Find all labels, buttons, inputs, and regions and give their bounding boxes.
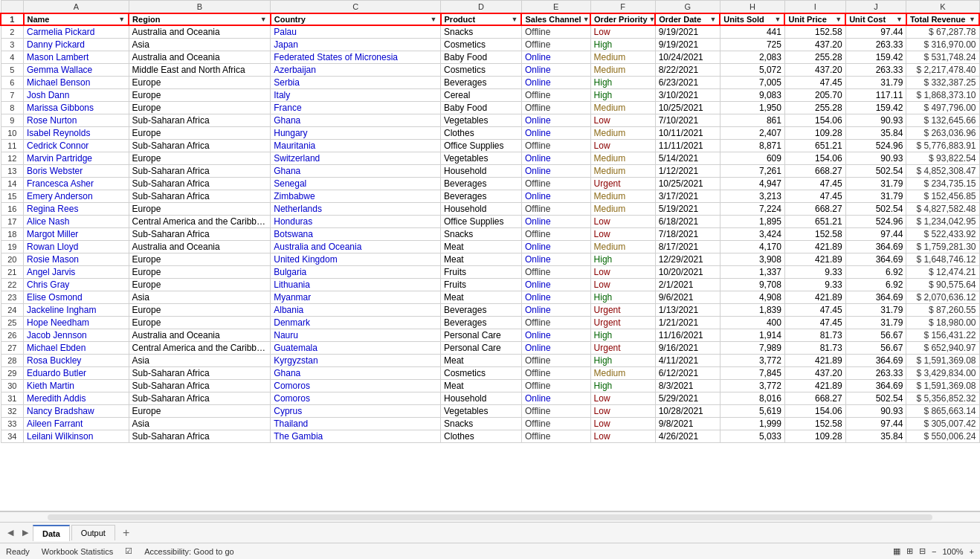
cell-order-priority[interactable]: Low [590,418,655,430]
cell-region[interactable]: Asia [129,291,271,304]
cell-unit-price[interactable]: 668.27 [784,392,845,405]
cell-units-sold[interactable]: 1,337 [720,266,784,279]
cell-unit-cost[interactable]: 263.33 [845,367,906,380]
cell-order-priority[interactable]: Low [590,279,655,291]
cell-order-date[interactable]: 10/25/2021 [655,102,720,114]
cell-unit-cost[interactable]: 364.69 [845,355,906,367]
cell-product[interactable]: Cosmetics [441,64,522,77]
sheet-nav-next[interactable]: ▶ [18,526,33,540]
cell-units-sold[interactable]: 7,845 [720,367,784,380]
col-letter-f[interactable]: F [590,1,655,14]
cell-product[interactable]: Beverages [441,178,522,190]
cell-country[interactable]: Mauritania [271,140,441,152]
cell-name[interactable]: Angel Jarvis [24,266,129,279]
cell-units-sold[interactable]: 5,072 [720,64,784,77]
cell-sales-channel[interactable]: Offline [521,367,590,380]
table-wrapper[interactable]: A B C D E F G H I J K 1 Name▼ Region▼ Co… [0,0,980,511]
col-letter-k[interactable]: K [906,1,979,14]
cell-sales-channel[interactable]: Online [521,152,590,165]
cell-name[interactable]: Cedrick Connor [24,140,129,152]
cell-unit-cost[interactable]: 31.79 [845,317,906,329]
table-row[interactable]: 8Marissa GibbonsEuropeFranceBaby FoodOff… [1,102,979,114]
cell-country[interactable]: Denmark [271,317,441,329]
cell-sales-channel[interactable]: Online [521,114,590,127]
cell-order-date[interactable]: 4/26/2021 [655,430,720,443]
cell-product[interactable]: Household [441,165,522,178]
cell-name[interactable]: Michael Ebden [24,342,129,355]
cell-order-priority[interactable]: Urgent [590,342,655,355]
cell-total-revenue[interactable]: $ 18,980.00 [906,317,979,329]
cell-unit-cost[interactable]: 90.93 [845,114,906,127]
cell-name[interactable]: Rosie Mason [24,253,129,266]
col-letter-e[interactable]: E [521,1,590,14]
cell-unit-price[interactable]: 421.89 [784,253,845,266]
cell-order-date[interactable]: 8/3/2021 [655,380,720,392]
cell-total-revenue[interactable]: $ 263,036.96 [906,127,979,140]
filter-arrow-cost[interactable]: ▼ [896,16,903,23]
table-row[interactable]: 25Hope NeedhamEuropeDenmarkBeveragesOffl… [1,317,979,329]
cell-units-sold[interactable]: 5,033 [720,430,784,443]
cell-sales-channel[interactable]: Offline [521,430,590,443]
cell-sales-channel[interactable]: Offline [521,178,590,190]
cell-units-sold[interactable]: 1,999 [720,418,784,430]
cell-order-priority[interactable]: Urgent [590,178,655,190]
col-letter-j[interactable]: J [845,1,906,14]
cell-order-date[interactable]: 9/6/2021 [655,291,720,304]
cell-unit-cost[interactable]: 90.93 [845,152,906,165]
cell-order-priority[interactable]: High [590,77,655,89]
cell-country[interactable]: Botswana [271,228,441,241]
cell-order-priority[interactable]: Medium [590,367,655,380]
cell-unit-cost[interactable]: 364.69 [845,241,906,253]
cell-total-revenue[interactable]: $ 156,431.22 [906,329,979,342]
table-row[interactable]: 21Angel JarvisEuropeBulgariaFruitsOfflin… [1,266,979,279]
cell-region[interactable]: Sub-Saharan Africa [129,178,271,190]
cell-name[interactable]: Rosa Buckley [24,355,129,367]
cell-sales-channel[interactable]: Online [521,241,590,253]
cell-unit-price[interactable]: 109.28 [784,430,845,443]
cell-total-revenue[interactable]: $ 12,474.21 [906,266,979,279]
cell-order-date[interactable]: 7/18/2021 [655,228,720,241]
cell-country[interactable]: Cyprus [271,405,441,418]
table-row[interactable]: 12Marvin PartridgeEuropeSwitzerlandVeget… [1,152,979,165]
horizontal-scrollbar-area[interactable] [0,511,980,522]
cell-units-sold[interactable]: 2,407 [720,127,784,140]
cell-unit-cost[interactable]: 502.54 [845,203,906,216]
table-row[interactable]: 3Danny PickardAsiaJapanCosmeticsOfflineH… [1,39,979,51]
view-page-break-icon[interactable]: ⊟ [919,546,926,556]
table-row[interactable]: 15Emery AndersonSub-Saharan AfricaZimbab… [1,190,979,203]
cell-country[interactable]: Serbia [271,77,441,89]
cell-order-date[interactable]: 8/22/2021 [655,64,720,77]
cell-order-priority[interactable]: Medium [590,102,655,114]
cell-order-priority[interactable]: Low [590,392,655,405]
cell-name[interactable]: Nancy Bradshaw [24,405,129,418]
cell-order-date[interactable]: 5/19/2021 [655,203,720,216]
cell-units-sold[interactable]: 3,772 [720,355,784,367]
cell-region[interactable]: Europe [129,152,271,165]
cell-name[interactable]: Meredith Addis [24,392,129,405]
cell-country[interactable]: Lithuania [271,279,441,291]
view-layout-icon[interactable]: ⊞ [906,546,913,556]
filter-arrow-country[interactable]: ▼ [431,16,437,23]
cell-units-sold[interactable]: 7,005 [720,77,784,89]
cell-order-date[interactable]: 6/12/2021 [655,367,720,380]
cell-order-date[interactable]: 3/10/2021 [655,89,720,102]
table-row[interactable]: 34Leilani WilkinsonSub-Saharan AfricaThe… [1,430,979,443]
cell-unit-price[interactable]: 81.73 [784,342,845,355]
cell-product[interactable]: Household [441,203,522,216]
cell-product[interactable]: Baby Food [441,51,522,64]
cell-unit-cost[interactable]: 97.44 [845,228,906,241]
cell-order-priority[interactable]: Medium [590,51,655,64]
cell-sales-channel[interactable]: Online [521,279,590,291]
table-row[interactable]: 18Margot MillerSub-Saharan AfricaBotswan… [1,228,979,241]
cell-sales-channel[interactable]: Offline [521,418,590,430]
cell-total-revenue[interactable]: $ 865,663.14 [906,405,979,418]
header-product[interactable]: Product▼ [441,13,522,25]
cell-unit-cost[interactable]: 263.33 [845,64,906,77]
cell-unit-price[interactable]: 81.73 [784,329,845,342]
cell-unit-price[interactable]: 421.89 [784,241,845,253]
cell-order-priority[interactable]: Low [590,140,655,152]
cell-unit-price[interactable]: 205.70 [784,89,845,102]
cell-region[interactable]: Sub-Saharan Africa [129,190,271,203]
header-country[interactable]: Country▼ [271,13,441,25]
cell-region[interactable]: Europe [129,77,271,89]
